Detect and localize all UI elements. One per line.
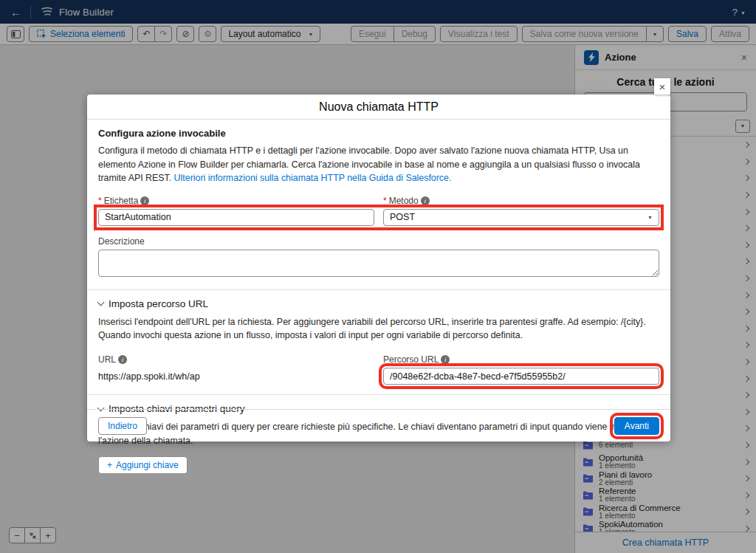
intro-text: Configura il metodo di chiamata HTTP e i…: [98, 144, 659, 185]
url-label: URL i: [98, 354, 374, 365]
descrizione-label: Descrizione: [98, 236, 659, 247]
divider: [87, 289, 670, 290]
info-icon: i: [140, 196, 149, 205]
chevron-down-icon: [97, 299, 105, 306]
info-icon: i: [118, 355, 127, 364]
etichetta-label: * Etichetta i: [98, 196, 374, 206]
next-button[interactable]: Avanti: [614, 417, 659, 435]
info-icon: i: [421, 196, 430, 205]
plus-icon: +: [107, 460, 112, 470]
percorso-url-label: Percorso URL i: [383, 354, 659, 365]
modal-title: Nuova chiamata HTTP: [319, 100, 439, 114]
metodo-label: * Metodo i: [383, 196, 659, 206]
modal-close-icon[interactable]: ×: [654, 78, 670, 95]
configure-action-heading: Configura azione invocabile: [98, 128, 659, 139]
info-icon: i: [441, 355, 450, 364]
percorso-url-input[interactable]: [383, 368, 659, 385]
divider: [87, 394, 670, 395]
new-http-call-modal: × Nuova chiamata HTTP Configura azione i…: [87, 95, 670, 442]
highlighted-fields-row: POST ▼: [98, 209, 659, 226]
back-button[interactable]: Indietro: [98, 417, 147, 435]
url-section-toggle[interactable]: Imposta percorso URL: [98, 298, 659, 309]
url-section-text: Inserisci l'endpoint dell'URL per la ric…: [98, 315, 659, 343]
caret-down-icon: ▼: [647, 215, 653, 220]
descrizione-textarea[interactable]: [98, 250, 659, 277]
help-link[interactable]: Ulteriori informazioni sulla chiamata HT…: [174, 173, 452, 183]
base-url-value: https://app.spoki.it/wh/ap: [98, 368, 374, 382]
metodo-select[interactable]: POST ▼: [383, 209, 659, 226]
add-key-button[interactable]: + Aggiungi chiave: [98, 456, 188, 474]
etichetta-input[interactable]: [98, 209, 374, 226]
